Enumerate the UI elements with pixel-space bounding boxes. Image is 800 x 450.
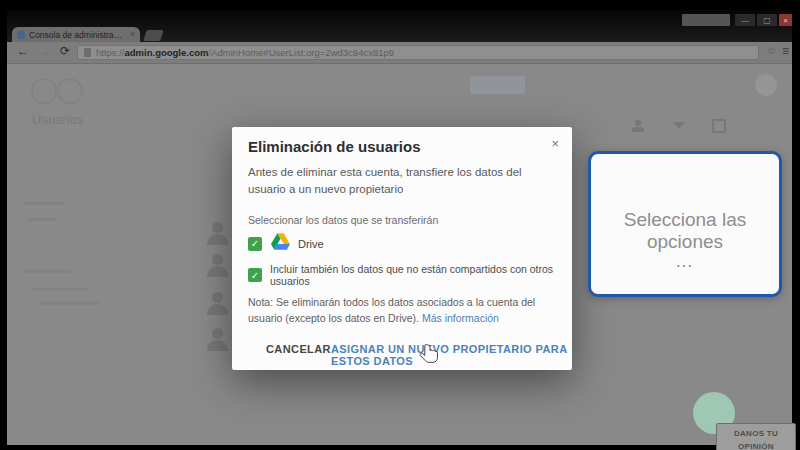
drive-checkbox-label: Drive (298, 238, 324, 250)
hand-cursor-icon (418, 342, 440, 366)
feedback-line1: DANOS TU (717, 429, 795, 438)
tab-close-icon[interactable]: × (130, 30, 135, 39)
drive-checkbox-row: ✓ Drive (248, 233, 324, 254)
feedback-button[interactable]: DANOS TU OPINIÓN (716, 423, 796, 450)
bookmark-star-icon[interactable]: ☆ (767, 46, 776, 56)
dialog-close-icon[interactable]: × (551, 136, 559, 151)
tutorial-callout: Selecciona las opciones … (588, 151, 782, 297)
user-row-avatar (205, 328, 231, 354)
include-unshared-checkbox[interactable]: ✓ (248, 268, 262, 282)
new-tab-button[interactable] (143, 30, 164, 41)
user-row-avatar (205, 254, 231, 280)
user-row-avatar (205, 222, 231, 248)
url-domain: admin.google.com (125, 47, 209, 58)
dialog-title: Eliminación de usuarios (248, 138, 421, 155)
maximize-button[interactable]: ▢ (757, 14, 777, 26)
url-scheme: https:// (96, 47, 125, 58)
settings-columns-icon[interactable] (712, 119, 726, 131)
sidebar-item (39, 302, 99, 305)
window-widget[interactable] (682, 14, 730, 26)
callout-text: Selecciona las opciones (591, 209, 779, 253)
close-window-button[interactable]: × (779, 14, 792, 26)
google-drive-icon (271, 233, 290, 254)
logo-mark-icon (31, 78, 57, 104)
more-info-link[interactable]: Más información (422, 312, 499, 324)
user-row-avatar (205, 292, 231, 318)
tab-title: Consola de administra… (29, 30, 127, 40)
page-security-icon (84, 48, 91, 57)
select-data-label: Seleccionar los datos que se transferirá… (248, 214, 438, 226)
logo-mark-icon (57, 78, 83, 104)
search-button[interactable] (470, 76, 525, 94)
back-icon[interactable]: ← (17, 45, 29, 57)
drive-checkbox[interactable]: ✓ (248, 237, 262, 251)
menu-icon[interactable]: ≡ (782, 45, 789, 57)
tab-favicon-icon (17, 31, 25, 39)
cancel-button[interactable]: CANCELAR (266, 343, 331, 355)
minimize-button[interactable]: — (735, 14, 755, 26)
assign-new-owner-button[interactable]: ASIGNAR UN NUEVO PROPIETARIO PARA ESTOS … (331, 343, 572, 367)
include-unshared-checkbox-row: ✓ Incluir también los datos que no están… (248, 263, 560, 287)
reload-icon[interactable]: ⟳ (60, 45, 70, 57)
feedback-line2: OPINIÓN (717, 442, 795, 450)
sidebar-item (23, 202, 65, 205)
callout-ellipsis: … (591, 257, 779, 266)
add-user-icon[interactable] (631, 120, 645, 132)
url-path: /AdminHome#UserList:org=2wd3c94cx81p9 (208, 47, 394, 58)
account-avatar[interactable] (755, 74, 777, 96)
tab-strip: Consola de administra… × — ▢ × (7, 10, 792, 42)
browser-window: Consola de administra… × — ▢ × ← → ⟳ htt… (7, 10, 792, 445)
sidebar-item (27, 218, 57, 221)
sidebar-item (33, 288, 88, 291)
sidebar-item (23, 270, 71, 273)
page-title: Usuarios (32, 112, 83, 127)
browser-toolbar: ← → ⟳ https://admin.google.com/AdminHome… (7, 42, 792, 64)
video-frame: Consola de administra… × — ▢ × ← → ⟳ htt… (0, 0, 800, 450)
filter-sort-icon[interactable] (672, 120, 686, 132)
url-bar[interactable]: https://admin.google.com/AdminHome#UserL… (77, 45, 759, 60)
url-text: https://admin.google.com/AdminHome#UserL… (96, 47, 394, 58)
dialog-body-text: Antes de eliminar esta cuenta, transfier… (248, 164, 550, 197)
browser-tab[interactable]: Consola de administra… × (12, 27, 140, 42)
include-unshared-label: Incluir también los datos que no están c… (270, 263, 560, 287)
delete-user-dialog: Eliminación de usuarios × Antes de elimi… (232, 127, 572, 370)
forward-icon[interactable]: → (39, 45, 51, 57)
dialog-note: Nota: Se eliminarán todos los datos asoc… (248, 295, 552, 327)
